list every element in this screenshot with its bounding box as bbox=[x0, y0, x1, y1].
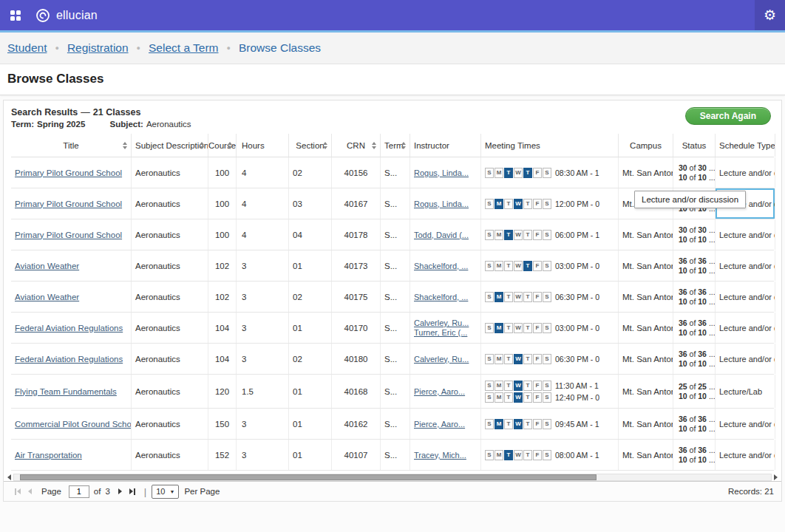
settings-gear-icon[interactable]: ⚙ bbox=[755, 0, 785, 30]
weekday-box: W bbox=[514, 419, 523, 429]
column-header-status[interactable]: Status bbox=[673, 134, 716, 157]
instructor-link[interactable]: Rogus, Linda... bbox=[414, 168, 469, 177]
cell-section: 01 bbox=[289, 313, 332, 343]
weekday-box: S bbox=[485, 292, 494, 302]
column-header-crn[interactable]: CRN bbox=[332, 134, 381, 157]
meeting-time-row: SMTWTFS03:00 PM - 0 bbox=[485, 261, 599, 271]
scroll-right-icon[interactable] bbox=[772, 474, 780, 480]
cell-schedule-type: Lecture and/or discussion bbox=[716, 219, 775, 250]
horizontal-scrollbar[interactable] bbox=[5, 473, 780, 481]
breadcrumb-item-select-a-term[interactable]: Select a Term bbox=[149, 41, 218, 55]
column-header-section[interactable]: Section bbox=[289, 134, 332, 157]
column-header-meeting-times[interactable]: Meeting Times bbox=[481, 134, 619, 157]
course-title-link[interactable]: Federal Aviation Regulations bbox=[15, 355, 123, 364]
course-title-link[interactable]: Federal Aviation Regulations bbox=[15, 324, 123, 332]
weekday-box: T bbox=[504, 199, 513, 209]
column-header-subject-description[interactable]: Subject Description bbox=[132, 134, 208, 157]
weekday-box: S bbox=[485, 168, 494, 178]
cell-subject-description: Aeronautics bbox=[132, 219, 208, 250]
ellucian-logo-icon bbox=[35, 8, 50, 23]
weekday-box: T bbox=[523, 261, 532, 271]
previous-page-button[interactable] bbox=[28, 488, 32, 494]
weekday-box: T bbox=[523, 392, 532, 403]
column-header-schedule-type[interactable]: Schedule Type bbox=[716, 134, 775, 157]
instructor-link[interactable]: Shackelford, ... bbox=[414, 262, 468, 270]
sort-icon[interactable] bbox=[123, 142, 127, 149]
cell-campus: Mt. San Antoni... bbox=[619, 313, 673, 343]
course-title-link[interactable]: Primary Pilot Ground School bbox=[15, 200, 122, 208]
first-page-button[interactable] bbox=[15, 488, 21, 495]
instructor-link[interactable]: Shackelford, ... bbox=[414, 293, 468, 301]
instructor-link[interactable]: Turner, Eric (... bbox=[414, 328, 467, 337]
app-grid-menu-icon[interactable] bbox=[10, 10, 21, 21]
course-title-link[interactable]: Aviation Weather bbox=[15, 262, 79, 270]
instructor-link[interactable]: Todd, David (... bbox=[414, 231, 469, 239]
status-line: 36 of 36 ... bbox=[679, 318, 716, 328]
instructor-link[interactable]: Pierce, Aaro... bbox=[414, 387, 465, 396]
instructor-link[interactable]: Rogus, Linda... bbox=[414, 200, 469, 208]
sort-icon[interactable] bbox=[401, 142, 406, 149]
cell-crn: 40170 bbox=[332, 313, 381, 343]
weekday-box: S bbox=[543, 292, 551, 302]
instructor-link[interactable]: Calverley, Ru... bbox=[414, 318, 469, 327]
cell-subject-description: Aeronautics bbox=[132, 375, 208, 408]
meeting-time-text: 03:00 PM - 0 bbox=[555, 324, 599, 332]
weekday-box: F bbox=[533, 261, 542, 271]
course-title-link[interactable]: Flying Team Fundamentals bbox=[15, 387, 117, 396]
weekday-box: F bbox=[533, 199, 542, 209]
column-header-title[interactable]: Title bbox=[11, 134, 132, 157]
results-summary: Search Results—21 Classes Term:Spring 20… bbox=[11, 107, 191, 129]
instructor-link[interactable]: Pierce, Aaro... bbox=[414, 420, 465, 429]
column-header-instructor[interactable]: Instructor bbox=[410, 134, 481, 157]
column-header-hours[interactable]: Hours bbox=[237, 134, 289, 157]
sort-icon[interactable] bbox=[323, 142, 327, 149]
weekday-box: M bbox=[495, 199, 503, 209]
column-header-term[interactable]: Term bbox=[381, 134, 410, 157]
sort-icon[interactable] bbox=[200, 142, 204, 149]
column-header-course[interactable]: Course bbox=[208, 134, 237, 157]
pagination-separator: | bbox=[144, 486, 146, 497]
column-header-label: CRN bbox=[347, 141, 365, 150]
weekday-box: W bbox=[514, 354, 523, 364]
weekday-box: W bbox=[514, 292, 523, 302]
term-value: Spring 2025 bbox=[37, 120, 85, 129]
weekday-selector: SMTWTFS bbox=[485, 392, 551, 403]
search-again-button[interactable]: Search Again bbox=[685, 107, 771, 125]
course-title-link[interactable]: Commercial Pilot Ground School bbox=[15, 420, 132, 429]
instructor-link[interactable]: Calverley, Ru... bbox=[414, 355, 469, 364]
last-page-button[interactable] bbox=[129, 488, 135, 495]
breadcrumb-item-registration[interactable]: Registration bbox=[67, 41, 129, 55]
instructor-link[interactable]: Tracey, Mich... bbox=[414, 451, 466, 460]
breadcrumb-item-student[interactable]: Student bbox=[7, 41, 47, 55]
cell-crn: 40162 bbox=[332, 409, 381, 439]
weekday-box: S bbox=[543, 419, 551, 429]
course-title-link[interactable]: Primary Pilot Ground School bbox=[15, 231, 122, 239]
sort-icon[interactable] bbox=[372, 142, 376, 149]
cell-section: 03 bbox=[289, 188, 332, 219]
weekday-box: T bbox=[523, 450, 532, 460]
total-pages: 3 bbox=[105, 487, 109, 496]
page-number-input[interactable] bbox=[69, 485, 89, 498]
column-header-campus[interactable]: Campus bbox=[619, 134, 673, 157]
scrollbar-thumb[interactable] bbox=[20, 474, 597, 480]
per-page-select[interactable]: 10 ▼ bbox=[152, 485, 179, 499]
course-title-link[interactable]: Primary Pilot Ground School bbox=[15, 168, 122, 177]
scrollbar-track[interactable] bbox=[13, 474, 772, 481]
sort-icon[interactable] bbox=[228, 142, 232, 149]
next-page-button[interactable] bbox=[118, 488, 122, 494]
cell-title: Air Transportation bbox=[11, 440, 132, 470]
status-line: 10 of 10 ... bbox=[679, 297, 716, 307]
term-label: Term: bbox=[11, 120, 34, 129]
weekday-box: M bbox=[495, 381, 503, 391]
weekday-selector: SMTWTFS bbox=[485, 199, 551, 209]
cell-meeting-times: SMTWTFS11:30 AM - 1SMTWTFS12:40 PM - 0 bbox=[481, 375, 619, 408]
weekday-box: T bbox=[504, 381, 513, 391]
cell-instructor: Tracey, Mich... bbox=[410, 440, 481, 470]
course-title-link[interactable]: Aviation Weather bbox=[15, 293, 79, 301]
scroll-left-icon[interactable] bbox=[5, 474, 13, 480]
table-row: Flying Team FundamentalsAeronautics1201.… bbox=[11, 375, 774, 409]
course-title-link[interactable]: Air Transportation bbox=[15, 451, 82, 460]
weekday-selector: SMTWTFS bbox=[485, 168, 551, 178]
status-line: 10 of 10 ... bbox=[679, 266, 716, 276]
cell-campus: Mt. San Antoni... bbox=[619, 157, 673, 188]
